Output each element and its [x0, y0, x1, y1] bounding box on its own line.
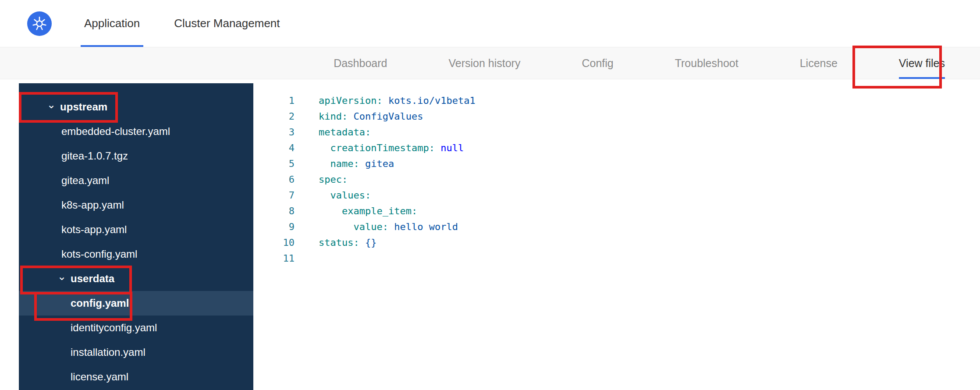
- tree-file-config-yaml[interactable]: config.yaml: [19, 291, 253, 316]
- code-token: hello world: [388, 221, 458, 232]
- code-text: name: gitea: [295, 156, 394, 172]
- tree-file-identityconfig-yaml[interactable]: identityconfig.yaml: [19, 316, 253, 340]
- code-token: [319, 190, 330, 201]
- line-number: 11: [253, 251, 295, 266]
- code-token: {}: [359, 237, 377, 248]
- code-token: example_item:: [342, 206, 417, 216]
- tree-item-label: userdata: [71, 273, 114, 285]
- tab-application[interactable]: Application: [81, 0, 143, 47]
- tab-dashboard[interactable]: Dashboard: [334, 47, 387, 79]
- tree-file-kots-config-yaml[interactable]: kots-config.yaml: [19, 242, 253, 266]
- code-line: 6spec:: [253, 172, 980, 188]
- tab-view-files[interactable]: View files: [899, 47, 945, 79]
- code-line: 8 example_item:: [253, 203, 980, 219]
- line-number: 7: [253, 188, 295, 203]
- code-line: 11: [253, 251, 980, 266]
- code-token: values:: [330, 190, 371, 201]
- line-number: 4: [253, 140, 295, 156]
- tree-item-label: identityconfig.yaml: [71, 322, 157, 334]
- tree-item-label: kots-config.yaml: [61, 248, 137, 260]
- code-line: 4 creationTimestamp: null: [253, 140, 980, 156]
- code-text: [295, 251, 319, 266]
- tree-item-label: installation.yaml: [71, 346, 146, 358]
- tree-file-gitea-1-0-7-tgz[interactable]: gitea-1.0.7.tgz: [19, 144, 253, 168]
- code-token: value:: [353, 221, 388, 232]
- tab-license[interactable]: License: [800, 47, 838, 79]
- code-token: kots.io/v1beta1: [383, 95, 476, 106]
- chevron-down-icon: ⌄: [47, 99, 56, 110]
- file-editor: 1apiVersion: kots.io/v1beta12kind: Confi…: [253, 80, 980, 390]
- tree-file-kots-app-yaml[interactable]: kots-app.yaml: [19, 217, 253, 242]
- tree-dir-upstream[interactable]: ⌄upstream: [19, 95, 253, 119]
- line-number: 5: [253, 156, 295, 172]
- app-tabs: ApplicationCluster Management: [81, 0, 284, 47]
- tree-file-embedded-cluster-yaml[interactable]: embedded-cluster.yaml: [19, 119, 253, 144]
- line-number: 2: [253, 109, 295, 124]
- code-token: [319, 158, 330, 169]
- code-text: value: hello world: [295, 219, 458, 235]
- code-line: 9 value: hello world: [253, 219, 980, 235]
- tab-config[interactable]: Config: [582, 47, 613, 79]
- code-text: spec:: [295, 172, 348, 188]
- code-line: 2kind: ConfigValues: [253, 109, 980, 124]
- line-number: 6: [253, 172, 295, 188]
- tab-cluster-management[interactable]: Cluster Management: [170, 0, 283, 47]
- code-token: creationTimestamp:: [330, 142, 435, 153]
- code-token: status:: [319, 237, 359, 248]
- tree-item-label: upstream: [60, 101, 107, 113]
- code-line: 5 name: gitea: [253, 156, 980, 172]
- tree-item-label: config.yaml: [71, 297, 129, 309]
- app-subnav: DashboardVersion historyConfigTroublesho…: [0, 47, 980, 79]
- tree-item-label: gitea.yaml: [61, 174, 109, 187]
- tab-version-history[interactable]: Version history: [448, 47, 520, 79]
- tree-dir-userdata[interactable]: ⌄userdata: [19, 266, 253, 291]
- code-line: 10status: {}: [253, 235, 980, 251]
- kots-admin-console: ApplicationCluster Management DashboardV…: [0, 0, 980, 390]
- code-token: ConfigValues: [348, 111, 423, 122]
- code-token: gitea: [359, 158, 394, 169]
- code-token: kind:: [319, 111, 348, 122]
- line-number: 1: [253, 93, 295, 109]
- code-text: example_item:: [295, 203, 417, 219]
- code-text: metadata:: [295, 124, 371, 140]
- tree-item-label: kots-app.yaml: [61, 223, 127, 236]
- line-number: 9: [253, 219, 295, 235]
- code-token: apiVersion:: [319, 95, 383, 106]
- code-text: kind: ConfigValues: [295, 109, 423, 124]
- code-token: name:: [330, 158, 359, 169]
- line-number: 3: [253, 124, 295, 140]
- code-text: apiVersion: kots.io/v1beta1: [295, 93, 476, 109]
- line-number: 8: [253, 203, 295, 219]
- code-line: 3metadata:: [253, 124, 980, 140]
- tree-file-gitea-yaml[interactable]: gitea.yaml: [19, 168, 253, 193]
- tree-item-label: k8s-app.yaml: [61, 199, 124, 211]
- top-header: ApplicationCluster Management: [0, 0, 980, 47]
- main-content: ⌄upstreamembedded-cluster.yamlgitea-1.0.…: [0, 80, 980, 390]
- code-view: 1apiVersion: kots.io/v1beta12kind: Confi…: [253, 80, 980, 266]
- code-token: spec:: [319, 174, 348, 185]
- subnav-tabs: DashboardVersion historyConfigTroublesho…: [334, 47, 945, 79]
- tree-file-k8s-app-yaml[interactable]: k8s-app.yaml: [19, 193, 253, 217]
- kubernetes-logo: [27, 11, 52, 36]
- code-text: status: {}: [295, 235, 376, 251]
- code-token: metadata:: [319, 127, 371, 138]
- code-token: [319, 221, 353, 232]
- tree-file-license-yaml[interactable]: license.yaml: [19, 365, 253, 389]
- line-number: 10: [253, 235, 295, 251]
- code-text: creationTimestamp: null: [295, 140, 464, 156]
- kubernetes-wheel-icon: [32, 16, 47, 32]
- tree-file-installation-yaml[interactable]: installation.yaml: [19, 340, 253, 365]
- chevron-down-icon: ⌄: [57, 271, 66, 282]
- tree-item-label: embedded-cluster.yaml: [61, 125, 170, 138]
- code-text: values:: [295, 188, 371, 203]
- code-token: null: [435, 142, 464, 153]
- file-tree-sidebar: ⌄upstreamembedded-cluster.yamlgitea-1.0.…: [19, 83, 253, 390]
- code-token: [319, 206, 342, 216]
- code-line: 1apiVersion: kots.io/v1beta1: [253, 93, 980, 109]
- code-token: [319, 142, 330, 153]
- tree-item-label: license.yaml: [71, 371, 128, 383]
- tab-troubleshoot[interactable]: Troubleshoot: [675, 47, 739, 79]
- code-line: 7 values:: [253, 188, 980, 203]
- tree-item-label: gitea-1.0.7.tgz: [61, 150, 128, 162]
